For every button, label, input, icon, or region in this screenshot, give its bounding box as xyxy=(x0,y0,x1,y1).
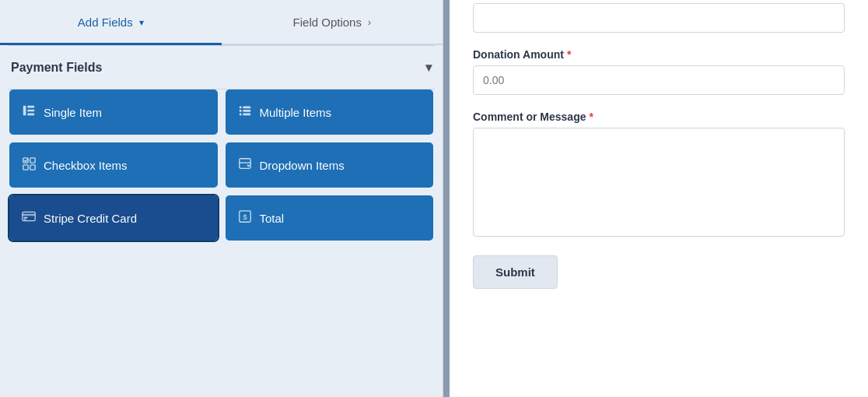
field-options-chevron: › xyxy=(368,17,371,28)
single-item-icon xyxy=(22,104,36,121)
stripe-credit-card-button[interactable]: Stripe Credit Card xyxy=(9,195,218,241)
svg-rect-1 xyxy=(27,106,34,108)
checkbox-items-button[interactable]: Checkbox Items xyxy=(9,142,218,188)
payment-fields-label: Payment Fields xyxy=(11,61,102,75)
total-icon: $ xyxy=(238,209,252,227)
submit-button[interactable]: Submit xyxy=(473,255,558,289)
single-item-button[interactable]: Single Item xyxy=(9,90,218,135)
total-label: Total xyxy=(260,212,285,225)
stripe-credit-card-label: Stripe Credit Card xyxy=(44,212,137,225)
svg-rect-0 xyxy=(23,106,26,116)
payment-fields-section[interactable]: Payment Fields ▾ xyxy=(0,46,443,89)
total-button[interactable]: $ Total xyxy=(226,195,434,241)
comment-message-textarea[interactable] xyxy=(473,128,845,237)
donation-amount-input[interactable] xyxy=(473,65,845,95)
multiple-items-label: Multiple Items xyxy=(260,106,332,119)
svg-rect-9 xyxy=(243,114,250,116)
svg-rect-13 xyxy=(30,165,35,170)
svg-rect-3 xyxy=(27,114,34,116)
checkbox-items-label: Checkbox Items xyxy=(44,159,128,172)
svg-rect-18 xyxy=(23,217,27,219)
comment-message-group: Comment or Message * xyxy=(473,111,845,240)
svg-rect-6 xyxy=(239,110,241,112)
left-panel: Add Fields ▾ Field Options › Payment Fie… xyxy=(0,0,443,397)
tab-add-fields[interactable]: Add Fields ▾ xyxy=(0,2,222,45)
top-input-group xyxy=(473,0,845,33)
comment-required-star: * xyxy=(589,111,593,123)
svg-rect-5 xyxy=(243,107,250,109)
svg-rect-4 xyxy=(239,107,241,109)
single-item-label: Single Item xyxy=(44,106,102,119)
comment-message-label: Comment or Message * xyxy=(473,111,845,123)
svg-rect-2 xyxy=(27,110,34,112)
tab-bar: Add Fields ▾ Field Options › xyxy=(0,0,443,45)
stripe-credit-card-icon xyxy=(22,209,36,227)
svg-rect-17 xyxy=(23,214,35,216)
donation-amount-group: Donation Amount * xyxy=(473,48,845,95)
svg-rect-8 xyxy=(239,114,241,116)
right-panel: Donation Amount * Comment or Message * S… xyxy=(450,0,868,397)
donation-amount-label: Donation Amount * xyxy=(473,48,845,61)
fields-grid: Single Item Multiple Items xyxy=(0,90,443,253)
donation-required-star: * xyxy=(567,48,571,61)
dropdown-items-icon xyxy=(238,156,252,174)
payment-fields-chevron: ▾ xyxy=(425,60,432,75)
top-input-field[interactable] xyxy=(473,3,845,33)
add-fields-label: Add Fields xyxy=(78,16,133,29)
svg-rect-14 xyxy=(239,159,250,169)
svg-rect-7 xyxy=(243,110,250,112)
field-options-label: Field Options xyxy=(293,16,362,29)
svg-rect-12 xyxy=(30,158,35,163)
multiple-items-button[interactable]: Multiple Items xyxy=(226,90,434,135)
add-fields-chevron: ▾ xyxy=(139,17,144,28)
dropdown-items-label: Dropdown Items xyxy=(260,159,345,172)
multiple-items-icon xyxy=(238,104,252,121)
checkbox-items-icon xyxy=(22,156,36,174)
svg-text:$: $ xyxy=(243,213,247,221)
panel-divider xyxy=(443,0,450,397)
svg-rect-19 xyxy=(23,219,26,220)
tab-field-options[interactable]: Field Options › xyxy=(222,2,443,45)
svg-rect-11 xyxy=(23,165,28,170)
dropdown-items-button[interactable]: Dropdown Items xyxy=(226,142,434,188)
